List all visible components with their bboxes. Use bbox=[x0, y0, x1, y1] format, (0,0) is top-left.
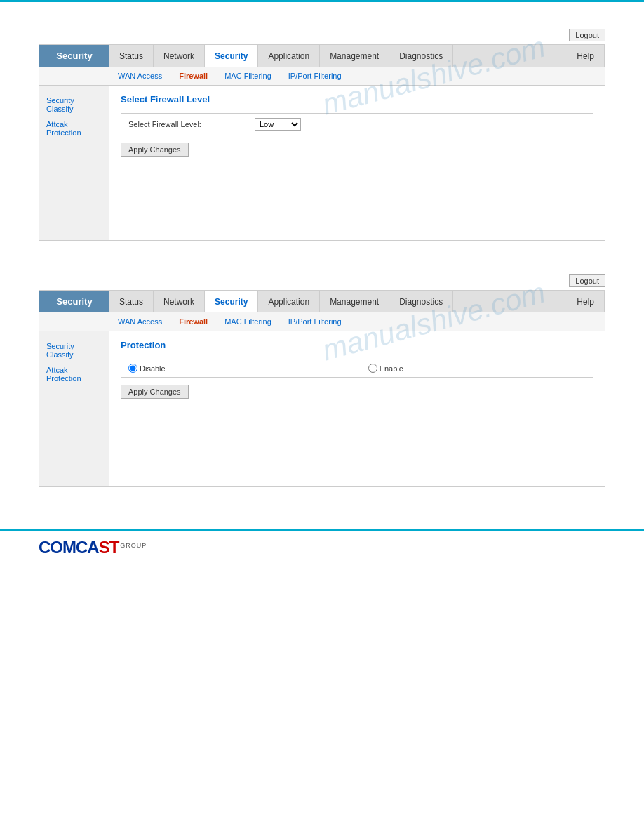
disable-radio-label[interactable]: Disable bbox=[128, 364, 354, 373]
tab-status-2[interactable]: Status bbox=[109, 291, 154, 312]
panel1-sidebar-title: Security bbox=[39, 45, 109, 67]
enable-radio-label[interactable]: Enable bbox=[368, 364, 586, 373]
subnav-mac-filtering-1[interactable]: MAC Filtering bbox=[216, 70, 280, 82]
comcast-logo: COMCASTGROUP bbox=[39, 538, 147, 557]
tab-management-2[interactable]: Management bbox=[320, 291, 389, 312]
section-title-1: Select Firewall Level bbox=[121, 94, 593, 105]
logout-button-1[interactable]: Logout bbox=[569, 29, 605, 41]
subnav-wan-access-2[interactable]: WAN Access bbox=[109, 315, 170, 328]
tab-management-1[interactable]: Management bbox=[320, 45, 389, 67]
apply-changes-button-2[interactable]: Apply Changes bbox=[121, 385, 189, 399]
subnav-mac-filtering-2[interactable]: MAC Filtering bbox=[216, 315, 280, 328]
section-title-2: Protection bbox=[121, 340, 593, 350]
tab-diagnostics-2[interactable]: Diagnostics bbox=[389, 291, 453, 312]
tab-help-2[interactable]: Help bbox=[567, 291, 605, 312]
subnav-ip-port-1[interactable]: IP/Port Filtering bbox=[280, 70, 350, 82]
sidebar-attcak-protection-2[interactable]: Attcak Protection bbox=[39, 362, 109, 386]
tab-network-2[interactable]: Network bbox=[154, 291, 205, 312]
panel2-sidebar-title: Security bbox=[39, 291, 109, 312]
tab-application-2[interactable]: Application bbox=[258, 291, 320, 312]
firewall-level-select-1[interactable]: Low Medium High bbox=[255, 118, 301, 131]
subnav-firewall-1[interactable]: Firewall bbox=[170, 70, 216, 82]
tab-help-1[interactable]: Help bbox=[567, 45, 605, 67]
subnav-ip-port-2[interactable]: IP/Port Filtering bbox=[280, 315, 350, 328]
tab-status-1[interactable]: Status bbox=[109, 45, 154, 67]
tab-network-1[interactable]: Network bbox=[154, 45, 205, 67]
firewall-level-label-1: Select Firewall Level: bbox=[128, 120, 255, 128]
tab-security-2[interactable]: Security bbox=[205, 291, 258, 312]
subnav-wan-access-1[interactable]: WAN Access bbox=[109, 70, 170, 82]
tab-security-1[interactable]: Security bbox=[205, 45, 258, 67]
disable-radio[interactable] bbox=[128, 364, 137, 373]
enable-radio[interactable] bbox=[368, 364, 377, 373]
sidebar-security-classify-2[interactable]: Security Classify bbox=[39, 338, 109, 362]
tab-application-1[interactable]: Application bbox=[258, 45, 320, 67]
disable-label: Disable bbox=[140, 364, 166, 373]
enable-label: Enable bbox=[380, 364, 403, 373]
tab-diagnostics-1[interactable]: Diagnostics bbox=[389, 45, 453, 67]
logout-button-2[interactable]: Logout bbox=[569, 274, 605, 287]
subnav-firewall-2[interactable]: Firewall bbox=[170, 315, 216, 328]
sidebar-attcak-protection-1[interactable]: Attcak Protection bbox=[39, 117, 109, 140]
apply-changes-button-1[interactable]: Apply Changes bbox=[121, 143, 189, 157]
sidebar-security-classify-1[interactable]: Security Classify bbox=[39, 93, 109, 117]
